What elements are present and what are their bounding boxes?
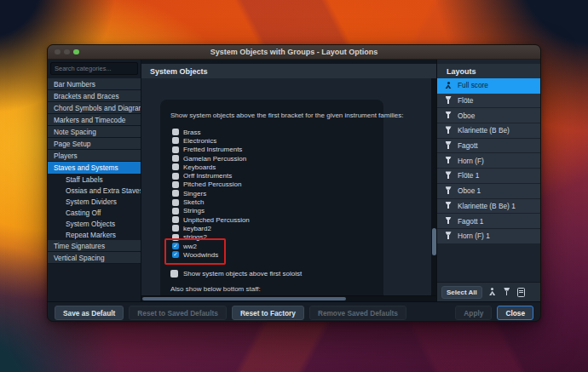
family-row: Brass bbox=[172, 128, 375, 136]
layout-item-full-score[interactable]: Full score bbox=[437, 78, 540, 94]
zoom-window-icon[interactable] bbox=[73, 49, 79, 55]
checkbox-pitched-percussion[interactable] bbox=[172, 181, 179, 188]
document-icon bbox=[517, 288, 525, 297]
layout-label: Full score bbox=[458, 81, 488, 89]
family-row: ✓Woodwinds bbox=[172, 250, 375, 259]
layout-label: Klarinette (B Be) 1 bbox=[458, 202, 516, 210]
sidebar-item-time-signatures[interactable]: Time Signatures bbox=[48, 240, 141, 252]
sidebar-item-system-dividers[interactable]: System Dividers bbox=[48, 196, 141, 207]
music-stand-icon bbox=[444, 171, 453, 180]
checkbox-gamelan-percussion[interactable] bbox=[172, 155, 179, 162]
sidebar-item-staff-labels[interactable]: Staff Labels bbox=[48, 174, 141, 185]
sidebar-item-note-spacing[interactable]: Note Spacing bbox=[48, 126, 141, 138]
full-score-filter-button[interactable] bbox=[488, 288, 497, 296]
layout-item-horn-f-1[interactable]: Horn (F) 1 bbox=[437, 229, 540, 244]
traffic-lights bbox=[55, 49, 79, 55]
close-button[interactable]: Close bbox=[497, 306, 533, 320]
checkbox-singers[interactable] bbox=[172, 190, 179, 197]
checkbox-orff-instruments[interactable] bbox=[172, 173, 179, 180]
layouts-list: Full score Flöte Oboe Klarinette (B Be) … bbox=[437, 78, 540, 244]
checkbox-fretted-instruments[interactable] bbox=[172, 146, 179, 153]
checkbox-first-soloist[interactable] bbox=[170, 270, 178, 278]
checkbox-keybard2[interactable] bbox=[172, 225, 179, 232]
layout-label: Oboe bbox=[458, 112, 475, 120]
family-label: Gamelan Percussion bbox=[183, 155, 246, 163]
family-row: strings2 bbox=[172, 233, 375, 242]
family-label: Fretted Instruments bbox=[183, 146, 242, 153]
custom-score-filter-button[interactable] bbox=[517, 288, 525, 297]
select-all-button[interactable]: Select All bbox=[441, 286, 482, 299]
sidebar-item-ossias[interactable]: Ossias and Extra Staves bbox=[48, 185, 141, 196]
layouts-empty-area bbox=[437, 244, 540, 282]
sidebar-item-vertical-spacing[interactable]: Vertical Spacing bbox=[48, 252, 141, 264]
dialog-footer: Save as Default Reset to Saved Defaults … bbox=[48, 301, 540, 322]
family-row: Singers bbox=[172, 189, 375, 197]
sidebar-item-brackets-and-braces[interactable]: Brackets and Braces bbox=[48, 90, 141, 102]
checkbox-electronics[interactable] bbox=[172, 137, 179, 144]
family-checkbox-list: Brass Electronics Fretted Instruments Ga… bbox=[172, 128, 375, 259]
layout-item-klarinette[interactable]: Klarinette (B Be) bbox=[437, 123, 540, 139]
horizontal-scrollbar[interactable] bbox=[141, 295, 436, 301]
soloist-label: Show system objects above first soloist bbox=[183, 270, 302, 278]
category-list: Bar Numbers Brackets and Braces Chord Sy… bbox=[48, 78, 141, 301]
families-prompt: Show system objects above the first brac… bbox=[170, 112, 375, 120]
family-label: Woodwinds bbox=[183, 251, 218, 259]
checkbox-sketch[interactable] bbox=[172, 199, 179, 206]
sidebar-item-system-objects[interactable]: System Objects bbox=[48, 218, 141, 229]
layout-item-fagott-1[interactable]: Fagott 1 bbox=[437, 214, 540, 229]
checkbox-woodwinds[interactable]: ✓ bbox=[172, 251, 179, 258]
vertical-scrollbar-thumb[interactable] bbox=[432, 228, 436, 255]
family-row: Gamelan Percussion bbox=[172, 154, 375, 163]
layout-item-horn-f[interactable]: Horn (F) bbox=[437, 153, 540, 169]
music-stand-icon bbox=[444, 112, 453, 120]
checkbox-ww2[interactable]: ✓ bbox=[172, 243, 179, 249]
layout-item-fagott[interactable]: Fagott bbox=[437, 139, 540, 154]
layout-item-flote[interactable]: Flöte bbox=[437, 94, 540, 109]
music-stand-icon bbox=[444, 157, 453, 165]
full-score-icon bbox=[444, 81, 453, 89]
layout-item-oboe-1[interactable]: Oboe 1 bbox=[437, 184, 540, 199]
layout-item-flote-1[interactable]: Flöte 1 bbox=[437, 169, 540, 184]
apply-button: Apply bbox=[455, 306, 492, 320]
layout-label: Fagott 1 bbox=[458, 217, 483, 226]
family-label: strings2 bbox=[183, 233, 207, 241]
soloist-row: Show system objects above first soloist bbox=[170, 270, 375, 278]
family-label: Electronics bbox=[183, 137, 216, 145]
checkbox-keyboards[interactable] bbox=[172, 163, 179, 170]
sidebar-item-markers-timecode[interactable]: Markers and Timecode bbox=[48, 114, 141, 126]
reset-to-factory-button[interactable]: Reset to Factory bbox=[232, 306, 304, 320]
layout-label: Klarinette (B Be) bbox=[458, 126, 510, 134]
vertical-scrollbar[interactable] bbox=[431, 78, 436, 295]
sidebar-item-staves-and-systems[interactable]: Staves and Systems bbox=[48, 162, 141, 174]
family-row: Unpitched Percussion bbox=[172, 215, 375, 224]
parts-filter-button[interactable] bbox=[503, 288, 511, 296]
layout-label: Flöte bbox=[458, 96, 473, 105]
layout-item-klarinette-1[interactable]: Klarinette (B Be) 1 bbox=[437, 199, 540, 215]
sidebar-item-casting-off[interactable]: Casting Off bbox=[48, 207, 141, 218]
layout-label: Horn (F) bbox=[458, 157, 484, 165]
search-input[interactable] bbox=[50, 62, 138, 75]
checkbox-brass[interactable] bbox=[172, 129, 179, 135]
sidebar-item-page-setup[interactable]: Page Setup bbox=[48, 138, 141, 150]
below-bottom-staff-label: Also show below bottom staff: bbox=[170, 285, 375, 293]
layout-item-oboe[interactable]: Oboe bbox=[437, 108, 540, 123]
sidebar-item-players[interactable]: Players bbox=[48, 150, 141, 162]
checkbox-strings[interactable] bbox=[172, 208, 179, 215]
checkbox-unpitched-percussion[interactable] bbox=[172, 216, 179, 223]
save-as-default-button[interactable]: Save as Default bbox=[55, 306, 124, 320]
family-label: Strings bbox=[183, 207, 205, 215]
options-scroll-area[interactable]: Show system objects above the first brac… bbox=[141, 78, 436, 295]
music-stand-icon bbox=[444, 96, 453, 105]
checkbox-strings2[interactable] bbox=[172, 234, 179, 241]
sidebar-item-repeat-markers[interactable]: Repeat Markers bbox=[48, 229, 141, 240]
reset-to-saved-defaults-button: Reset to Saved Defaults bbox=[129, 306, 227, 320]
sidebar-item-chord-symbols[interactable]: Chord Symbols and Diagrams bbox=[48, 102, 141, 114]
family-label: Brass bbox=[183, 129, 200, 136]
family-row: Strings bbox=[172, 207, 375, 215]
horizontal-scrollbar-thumb[interactable] bbox=[142, 297, 346, 300]
layout-options-dialog: System Objects with Groups - Layout Opti… bbox=[47, 44, 541, 322]
sidebar-item-bar-numbers[interactable]: Bar Numbers bbox=[48, 78, 141, 90]
titlebar[interactable]: System Objects with Groups - Layout Opti… bbox=[48, 45, 540, 60]
layouts-panel: Layouts Full score Flöte Oboe Klarinette… bbox=[436, 60, 540, 301]
music-stand-icon bbox=[444, 217, 453, 226]
